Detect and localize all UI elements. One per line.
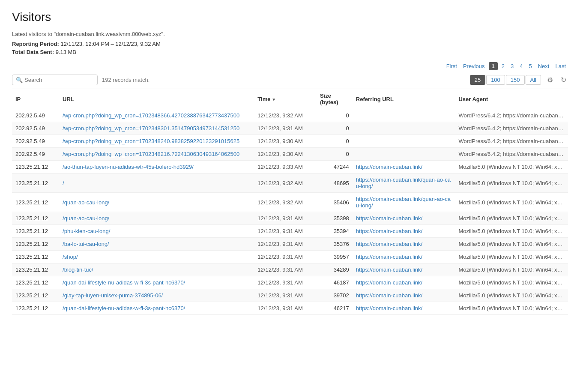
url-link[interactable]: /shop/ [63, 254, 78, 260]
cell-ip: 123.25.21.12 [12, 193, 59, 212]
pagination-page-3[interactable]: 3 [508, 62, 516, 70]
referring-link[interactable]: https://domain-cuaban.link/ [356, 254, 422, 260]
table-row: 202.92.5.49/wp-cron.php?doing_wp_cron=17… [12, 122, 568, 135]
referring-link[interactable]: https://domain-cuaban.link/ [356, 266, 422, 273]
cell-time: 12/12/23, 9:31 AM [254, 263, 317, 276]
pagination-page-5[interactable]: 5 [526, 62, 534, 70]
referring-link[interactable]: https://domain-cuaban.link/ [356, 215, 422, 221]
cell-ip: 123.25.21.12 [12, 276, 59, 289]
url-link[interactable]: /wp-cron.php?doing_wp_cron=1702348366.42… [63, 112, 239, 119]
cell-useragent: Mozilla/5.0 (Windows NT 10.0; Win64; x64… [455, 225, 568, 238]
cell-ip: 123.25.21.12 [12, 251, 59, 263]
cell-url: /blog-tin-tuc/ [59, 263, 254, 276]
cell-url: /quan-dai-lifestyle-nu-adidas-w-fi-3s-pa… [59, 302, 254, 315]
total-data-sent: Total Data Sent: 9.13 MB [12, 49, 568, 55]
cell-referring: https://domain-cuaban.link/ [353, 276, 455, 289]
referring-link[interactable]: https://domain-cuaban.link/ [356, 292, 422, 299]
url-link[interactable]: /quan-ao-cau-long/ [63, 215, 109, 221]
pagination-first[interactable]: First [444, 62, 459, 70]
cell-referring: https://domain-cuaban.link/ [353, 161, 455, 174]
settings-icon[interactable]: ⚙ [545, 75, 555, 85]
cell-ip: 123.25.21.12 [12, 174, 59, 193]
cell-time: 12/12/23, 9:31 AM [254, 122, 317, 135]
referring-link[interactable]: https://domain-cuaban.link/ [356, 228, 422, 234]
url-link[interactable]: /phu-kien-cau-long/ [63, 228, 110, 234]
cell-useragent: Mozilla/5.0 (Windows NT 10.0; Win64; x64… [455, 302, 568, 315]
page-size-all[interactable]: All [526, 75, 541, 85]
visitors-table: IP URL Time Size(bytes) Referring URL Us… [12, 89, 568, 315]
page-size-buttons: 25 100 150 All [470, 75, 541, 85]
referring-link[interactable]: https://domain-cuaban.link/ [356, 305, 422, 311]
url-link[interactable]: /blog-tin-tuc/ [63, 266, 93, 273]
cell-time: 12/12/23, 9:33 AM [254, 161, 317, 174]
col-header-time[interactable]: Time [254, 89, 317, 109]
cell-size: 0 [317, 135, 353, 148]
url-link[interactable]: /giay-tap-luyen-unisex-puma-374895-06/ [63, 292, 163, 299]
url-link[interactable]: / [63, 180, 64, 186]
pagination-last[interactable]: Last [553, 62, 568, 70]
col-header-useragent: User Agent [455, 89, 568, 109]
cell-size: 46217 [317, 302, 353, 315]
pagination-page-1[interactable]: 1 [489, 62, 498, 70]
table-row: 123.25.21.12/shop/12/12/23, 9:31 AM39957… [12, 251, 568, 263]
cell-size: 35394 [317, 225, 353, 238]
cell-url: /quan-dai-lifestyle-nu-adidas-w-fi-3s-pa… [59, 276, 254, 289]
cell-time: 12/12/23, 9:30 AM [254, 148, 317, 161]
referring-link[interactable]: https://domain-cuaban.link/ [356, 279, 422, 286]
table-row: 202.92.5.49/wp-cron.php?doing_wp_cron=17… [12, 148, 568, 161]
table-row: 123.25.21.12/quan-dai-lifestyle-nu-adida… [12, 302, 568, 315]
col-header-referring: Referring URL [353, 89, 455, 109]
cell-ip: 202.92.5.49 [12, 122, 59, 135]
cell-useragent: Mozilla/5.0 (Windows NT 10.0; Win64; x64… [455, 174, 568, 193]
url-link[interactable]: /wp-cron.php?doing_wp_cron=1702348240.98… [63, 138, 239, 144]
cell-useragent: WordPress/6.4.2; https://domain-cuaban.l… [455, 148, 568, 161]
cell-useragent: WordPress/6.4.2; https://domain-cuaban.l… [455, 109, 568, 122]
cell-referring: https://domain-cuaban.link/ [353, 238, 455, 251]
url-link[interactable]: /wp-cron.php?doing_wp_cron=1702348301.35… [63, 125, 239, 132]
search-input[interactable] [24, 77, 84, 83]
pagination-page-4[interactable]: 4 [517, 62, 525, 70]
url-link[interactable]: /quan-dai-lifestyle-nu-adidas-w-fi-3s-pa… [63, 279, 185, 286]
refresh-icon[interactable]: ↻ [559, 75, 568, 85]
referring-link[interactable]: https://domain-cuaban.link/quan-ao-cau-l… [356, 196, 451, 209]
referring-link[interactable]: https://domain-cuaban.link/ [356, 241, 422, 247]
url-link[interactable]: /wp-cron.php?doing_wp_cron=1702348216.72… [63, 151, 239, 157]
total-data-label: Total Data Sent: [12, 49, 54, 55]
page-size-150[interactable]: 150 [506, 75, 525, 85]
url-link[interactable]: /quan-dai-lifestyle-nu-adidas-w-fi-3s-pa… [63, 305, 185, 311]
cell-ip: 202.92.5.49 [12, 148, 59, 161]
cell-url: /wp-cron.php?doing_wp_cron=1702348216.72… [59, 148, 254, 161]
cell-size: 39702 [317, 289, 353, 302]
table-row: 123.25.21.12/12/12/23, 9:32 AM48695https… [12, 174, 568, 193]
cell-size: 0 [317, 148, 353, 161]
url-link[interactable]: /quan-ao-cau-long/ [63, 199, 109, 206]
cell-useragent: Mozilla/5.0 (Windows NT 10.0; Win64; x64… [455, 212, 568, 225]
cell-size: 47244 [317, 161, 353, 174]
cell-size: 48695 [317, 174, 353, 193]
cell-size: 46187 [317, 276, 353, 289]
cell-time: 12/12/23, 9:31 AM [254, 238, 317, 251]
table-row: 123.25.21.12/ba-lo-tui-cau-long/12/12/23… [12, 238, 568, 251]
cell-size: 35376 [317, 238, 353, 251]
table-row: 123.25.21.12/quan-ao-cau-long/12/12/23, … [12, 193, 568, 212]
col-header-url: URL [59, 89, 254, 109]
page-size-100[interactable]: 100 [486, 75, 505, 85]
url-link[interactable]: /ba-lo-tui-cau-long/ [63, 241, 109, 247]
toolbar: 🔍 192 records match. 25 100 150 All ⚙ ↻ [12, 75, 568, 85]
referring-link[interactable]: https://domain-cuaban.link/quan-ao-cau-l… [356, 177, 451, 189]
cell-url: /wp-cron.php?doing_wp_cron=1702348301.35… [59, 122, 254, 135]
cell-url: / [59, 174, 254, 193]
cell-referring: https://domain-cuaban.link/ [353, 225, 455, 238]
table-row: 123.25.21.12/phu-kien-cau-long/12/12/23,… [12, 225, 568, 238]
pagination-page-2[interactable]: 2 [499, 62, 507, 70]
referring-link[interactable]: https://domain-cuaban.link/ [356, 164, 422, 170]
pagination-next[interactable]: Next [536, 62, 552, 70]
pagination-previous[interactable]: Previous [461, 62, 487, 70]
cell-url: /quan-ao-cau-long/ [59, 212, 254, 225]
page-size-25[interactable]: 25 [470, 75, 485, 85]
cell-useragent: Mozilla/5.0 (Windows NT 10.0; Win64; x64… [455, 263, 568, 276]
url-link[interactable]: /ao-thun-tap-luyen-nu-adidas-wtr-45s-bol… [63, 164, 194, 170]
cell-size: 0 [317, 122, 353, 135]
cell-referring: https://domain-cuaban.link/quan-ao-cau-l… [353, 174, 455, 193]
cell-referring: https://domain-cuaban.link/ [353, 289, 455, 302]
